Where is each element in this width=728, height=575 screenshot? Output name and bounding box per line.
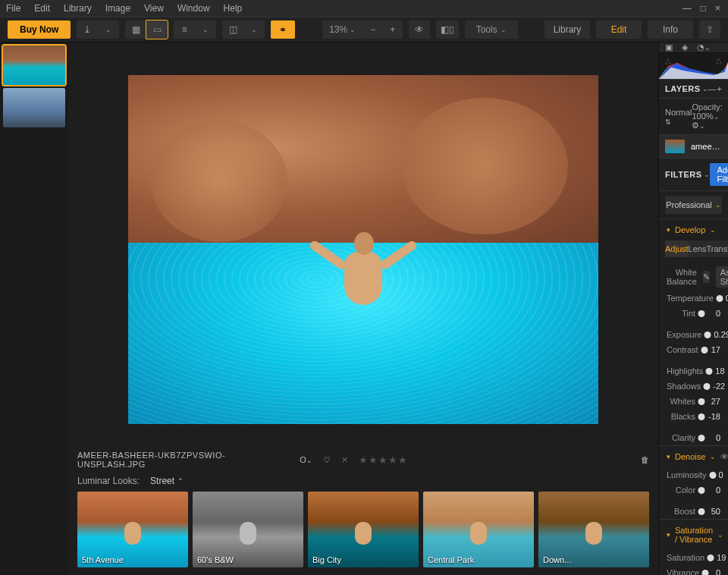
exposure-slider[interactable]: Exposure0.29 [659,327,728,342]
vibrance-slider[interactable]: Vibrance0 [659,565,728,575]
trash-icon: 🗑 [641,455,649,464]
clip-warning-right-icon[interactable]: △ [716,56,722,64]
luminosity-slider[interactable]: Luminosity0 [659,467,728,482]
menu-file[interactable]: File [6,3,20,14]
look-preset-1[interactable]: 5th Avenue [77,492,188,567]
zoom-percent[interactable]: 13% ⌄ [322,20,363,39]
panel-menu-caret[interactable]: ⌄ [243,20,265,39]
canvas-viewport[interactable] [68,42,658,449]
develop-tab-lens[interactable]: Lens [689,240,707,257]
menu-help[interactable]: Help [224,3,243,14]
align-menu-caret[interactable]: ⌄ [195,20,216,39]
export-button[interactable]: ⤓ [77,20,98,39]
export-menu-caret[interactable]: ⌄ [98,20,119,39]
view-grid-button[interactable]: ▦ [125,20,146,39]
center-panel: AMEER-BASHEER-UKB7ZPVSWIO-UNSPLASH.JPG O… [68,42,658,575]
menu-image[interactable]: Image [105,3,130,14]
develop-tab-adjust[interactable]: Adjust [665,240,689,257]
clarity-slider[interactable]: Clarity0 [659,430,728,445]
tools-menu[interactable]: Tools ⌄ [465,20,518,39]
toolbar: Buy Now ⤓ ⌄ ▦ ▭ ≡ ⌄ ◫ ⌄ ⚭ 13% ⌄ − + 👁 ◧▯… [0,17,728,42]
link-icon: ⚭ [279,24,287,35]
histogram-tab-icon[interactable]: ▣ [665,42,673,52]
satvib-section-header[interactable]: ▾Saturation / Vibrance ⌄ 👁 [659,519,728,550]
panel-layout-button[interactable]: ◫ [222,20,243,39]
align-icon: ≡ [182,24,187,35]
download-icon: ⤓ [83,24,91,35]
menu-view[interactable]: View [144,3,164,14]
color-label-button[interactable]: O⌄ [300,455,312,464]
link-button[interactable]: ⚭ [271,20,295,39]
layer-opacity-value[interactable]: 100% [692,112,713,121]
layers-panel-header[interactable]: LAYERS⌄ — + [659,80,728,99]
buy-now-button[interactable]: Buy Now [8,20,71,39]
layer-gear-icon[interactable]: ⚙⌄ [692,121,705,130]
looks-bar: Luminar Looks: Street ⌃ [68,470,658,492]
whites-slider[interactable]: Whites27 [659,394,728,409]
blend-mode-selector[interactable]: Normal ⇅ [665,108,692,126]
saturation-slider[interactable]: Saturation19 [659,550,728,565]
filters-panel-header: FILTERS⌄ Add Filters [659,159,728,191]
star-rating[interactable]: ★★★★★ [359,454,408,466]
close-icon[interactable]: × [715,3,720,14]
highlights-slider[interactable]: Highlights18 [659,363,728,379]
filmstrip [0,42,68,575]
clock-tab-icon[interactable]: ◔⌄ [697,42,711,52]
develop-section-header[interactable]: ▾Develop ⌄ [659,218,728,240]
tint-slider[interactable]: Tint0 [659,306,728,321]
looks-strip[interactable]: 5th Avenue 60's B&W Big City Central Par… [68,492,658,575]
look-preset-5[interactable]: Down... [538,492,649,567]
filmstrip-thumb-1[interactable] [3,46,65,85]
menu-edit[interactable]: Edit [34,3,50,14]
maximize-icon[interactable]: □ [701,3,706,14]
layer-item[interactable]: ameer-basheer-UKB7zPVswIo-uns... [659,135,728,159]
tab-library[interactable]: Library [544,20,590,39]
filmstrip-thumb-2[interactable] [3,88,65,127]
histogram[interactable]: △ △ [659,53,728,80]
right-tools-row: ▣ ◈ ◔⌄ [659,42,728,53]
zoom-out-button[interactable]: − [363,20,383,39]
denoise-visibility-icon[interactable]: 👁 [720,452,728,461]
denoise-section-header[interactable]: ▾Denoise ⌄ 👁 [659,445,728,467]
compare-button[interactable]: ◧▯ [436,20,459,39]
add-layer-button[interactable]: + [717,84,722,93]
look-preset-4[interactable]: Central Park [423,492,534,567]
image-info-bar: AMEER-BASHEER-UKB7ZPVSWIO-UNSPLASH.JPG O… [68,449,658,470]
remove-layer-button[interactable]: — [708,84,717,93]
workspace-selector[interactable]: Professional ⌄ [665,196,722,214]
boost-slider[interactable]: Boost50 [659,504,728,519]
compare-icon: ◧▯ [441,24,454,35]
zoom-in-button[interactable]: + [383,20,403,39]
look-preset-2[interactable]: 60's B&W [193,492,303,567]
develop-tab-transform[interactable]: Transform [706,240,728,257]
shadows-slider[interactable]: Shadows-22 [659,379,728,394]
wb-eyedropper-button[interactable]: ✎ [703,271,710,283]
clip-warning-left-icon[interactable]: △ [665,56,671,64]
align-button[interactable]: ≡ [174,20,195,39]
tab-info[interactable]: Info [648,20,693,39]
menu-window[interactable]: Window [177,3,210,14]
trash-button[interactable]: 🗑 [641,455,649,464]
filename-label: AMEER-BASHEER-UKB7ZPVSWIO-UNSPLASH.JPG [77,451,289,469]
temperature-slider[interactable]: Temperature0 [659,291,728,306]
panel-icon: ◫ [229,24,237,35]
layer-thumbnail [665,140,685,153]
contrast-slider[interactable]: Contrast17 [659,342,728,357]
look-preset-3[interactable]: Big City [308,492,419,567]
view-single-button[interactable]: ▭ [146,20,168,39]
looks-category-selector[interactable]: Street ⌃ [150,476,184,486]
white-balance-row: White Balance ✎ As Shot⌄ [659,263,728,291]
eyedropper-icon: ✎ [703,272,710,282]
preview-original-button[interactable]: 👁 [409,20,430,39]
reject-button[interactable]: ✕ [341,455,348,465]
share-button[interactable]: ⇪ [699,20,720,39]
favorite-button[interactable]: ♡ [323,455,331,465]
wb-preset-selector[interactable]: As Shot⌄ [716,266,728,288]
minimize-icon[interactable]: — [682,3,692,14]
menu-library[interactable]: Library [64,3,92,14]
tab-edit[interactable]: Edit [596,20,642,39]
mask-tab-icon[interactable]: ◈ [682,42,688,52]
blacks-slider[interactable]: Blacks-18 [659,409,728,424]
add-filters-button[interactable]: Add Filters [710,163,728,186]
color-denoise-slider[interactable]: Color0 [659,482,728,498]
